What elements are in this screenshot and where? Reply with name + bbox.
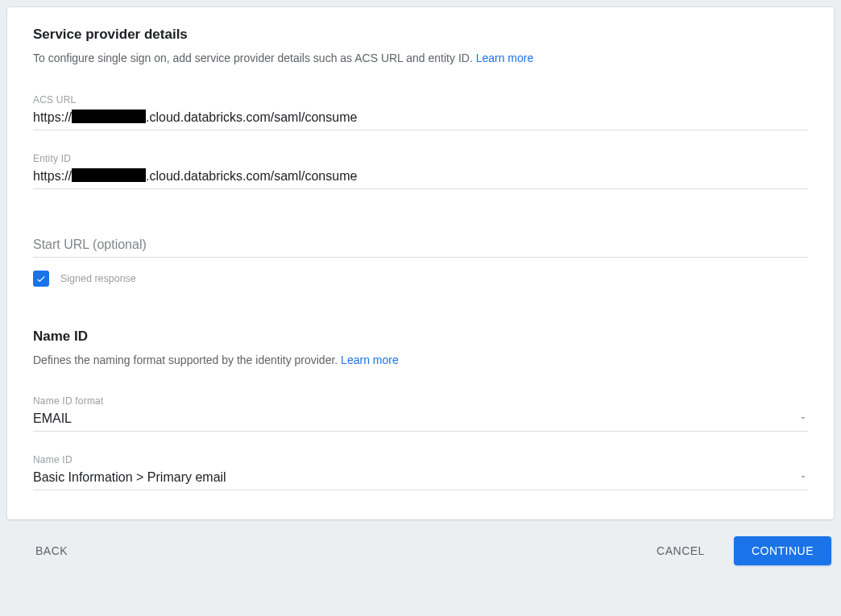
acs-url-label: ACS URL	[33, 94, 808, 105]
signed-response-row: Signed response	[33, 271, 808, 287]
footer-bar: BACK CANCEL CONTINUE	[0, 520, 841, 578]
signed-response-checkbox[interactable]	[33, 271, 49, 287]
footer-right-group: CANCEL CONTINUE	[647, 536, 831, 565]
check-icon	[35, 273, 47, 284]
entity-id-field: Entity ID https://.cloud.databricks.com/…	[33, 153, 808, 189]
nameid-format-label: Name ID format	[33, 395, 808, 407]
entity-id-prefix: https://	[33, 169, 72, 184]
acs-url-redacted	[72, 110, 146, 123]
nameid-mapping-value: Basic Information > Primary email	[33, 470, 226, 485]
entity-id-redacted	[72, 168, 146, 182]
acs-url-prefix: https://	[33, 110, 72, 125]
nameid-format-value: EMAIL	[33, 411, 72, 426]
nameid-mapping-label: Name ID	[33, 454, 808, 465]
nameid-mapping-select[interactable]: Basic Information > Primary email	[33, 469, 808, 490]
entity-id-label: Entity ID	[33, 153, 808, 164]
service-provider-card: Service provider details To configure si…	[6, 6, 835, 520]
nameid-format-select[interactable]: EMAIL	[33, 410, 808, 432]
nameid-desc-text: Defines the naming format supported by t…	[33, 353, 341, 366]
chevron-down-icon	[798, 470, 808, 485]
acs-url-field: ACS URL https://.cloud.databricks.com/sa…	[33, 94, 808, 130]
sp-desc-text: To configure single sign on, add service…	[33, 52, 476, 64]
back-button[interactable]: BACK	[26, 538, 77, 564]
nameid-mapping-field: Name ID Basic Information > Primary emai…	[33, 454, 808, 490]
chevron-down-icon	[798, 411, 808, 426]
acs-url-input[interactable]: https://.cloud.databricks.com/saml/consu…	[33, 109, 808, 130]
cancel-button[interactable]: CANCEL	[647, 538, 715, 564]
start-url-field: Start URL (optional)	[33, 236, 808, 258]
entity-id-suffix: .cloud.databricks.com/saml/consume	[146, 169, 357, 184]
signed-response-label: Signed response	[60, 273, 136, 284]
sp-learn-more-link[interactable]: Learn more	[476, 52, 534, 64]
start-url-input[interactable]: Start URL (optional)	[33, 236, 808, 258]
sp-description: To configure single sign on, add service…	[33, 51, 808, 67]
acs-url-suffix: .cloud.databricks.com/saml/consume	[146, 110, 357, 125]
nameid-format-field: Name ID format EMAIL	[33, 395, 808, 432]
nameid-description: Defines the naming format supported by t…	[33, 353, 808, 369]
sp-title: Service provider details	[33, 27, 808, 43]
continue-button[interactable]: CONTINUE	[734, 536, 831, 565]
nameid-title: Name ID	[33, 329, 808, 345]
entity-id-input[interactable]: https://.cloud.databricks.com/saml/consu…	[33, 167, 808, 189]
nameid-learn-more-link[interactable]: Learn more	[341, 353, 399, 366]
